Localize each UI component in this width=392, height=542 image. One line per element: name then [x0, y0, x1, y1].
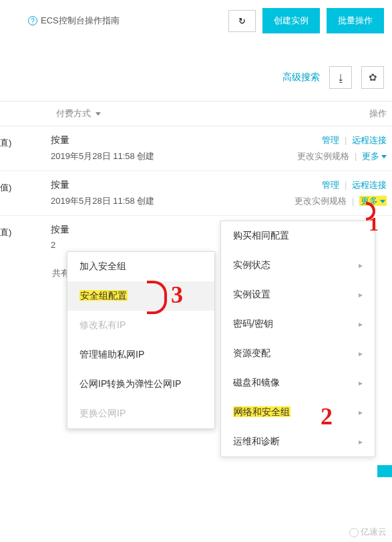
- menu-item[interactable]: 实例状态▸: [221, 251, 375, 280]
- menu-item-label: 运维和诊断: [233, 436, 280, 448]
- gear-icon: ✿: [369, 72, 377, 84]
- menu-item-label: 密码/密钥: [233, 318, 273, 330]
- manage-link[interactable]: 管理: [322, 135, 339, 145]
- menu-item-label: 磁盘和镜像: [233, 377, 280, 389]
- chevron-down-icon: [381, 155, 387, 158]
- top-toolbar: ? ECS控制台操作指南 ↻ 创建实例 批量操作: [0, 0, 392, 47]
- chevron-right-icon: ▸: [359, 437, 363, 446]
- col-payment-label: 付费方式: [56, 108, 91, 120]
- chevron-right-icon: ▸: [359, 408, 363, 417]
- more-menu: 购买相同配置实例状态▸实例设置▸密码/密钥▸资源变配▸磁盘和镜像▸网络和安全组▸…: [220, 221, 375, 457]
- separator: |: [352, 196, 354, 206]
- settings-button[interactable]: ✿: [361, 66, 384, 89]
- help-icon: ?: [28, 16, 37, 25]
- table-header-row: 付费方式 操作: [0, 101, 392, 126]
- chevron-right-icon: ▸: [359, 319, 363, 329]
- remote-connect-link[interactable]: 远程连接: [352, 180, 387, 190]
- menu-item[interactable]: 购买相同配置: [221, 221, 375, 251]
- more-dropdown[interactable]: 更多: [359, 196, 387, 206]
- batch-ops-button[interactable]: 批量操作: [327, 8, 384, 33]
- separator: |: [355, 151, 357, 161]
- watermark-logo-icon: [349, 528, 359, 537]
- menu-item-label: 实例设置: [233, 289, 270, 301]
- refresh-button[interactable]: ↻: [228, 10, 256, 32]
- separator: |: [345, 135, 347, 145]
- submenu-item[interactable]: 管理辅助私网IP: [67, 340, 214, 370]
- watermark: 亿速云: [349, 526, 387, 538]
- chevron-down-icon: [95, 112, 101, 116]
- more-dropdown[interactable]: 更多: [362, 151, 387, 161]
- filter-bar: 高级搜索 ⭳ ✿: [0, 47, 392, 101]
- chevron-right-icon: ▸: [359, 349, 363, 358]
- chevron-right-icon: ▸: [359, 290, 363, 299]
- export-button[interactable]: ⭳: [329, 66, 352, 89]
- advanced-search-link[interactable]: 高级搜索: [282, 72, 320, 84]
- menu-item-label: 网络和安全组: [233, 406, 290, 418]
- menu-item-label: 实例状态: [233, 259, 270, 271]
- col-operations: 操作: [364, 102, 392, 126]
- menu-item[interactable]: 磁盘和镜像▸: [221, 368, 375, 398]
- remote-connect-link[interactable]: 远程连接: [352, 135, 387, 145]
- menu-item[interactable]: 运维和诊断▸: [221, 427, 375, 456]
- menu-item[interactable]: 网络和安全组▸: [221, 398, 375, 427]
- contact-side-tab[interactable]: 联系我: [377, 465, 392, 477]
- manage-link[interactable]: 管理: [322, 180, 339, 190]
- created-time: 2019年5月28日 11:58 创建: [51, 150, 154, 162]
- created-time: 2019年5月28日 11:58 创建: [51, 195, 154, 207]
- menu-item-label: 购买相同配置: [233, 230, 289, 242]
- change-spec-link[interactable]: 更改实例规格: [297, 151, 349, 161]
- submenu-item: 修改私有IP: [67, 311, 214, 340]
- menu-item[interactable]: 资源变配▸: [221, 339, 375, 368]
- billing-type: 按量: [51, 224, 69, 236]
- submenu-item[interactable]: 安全组配置: [67, 281, 214, 311]
- guide-label: ECS控制台操作指南: [41, 15, 120, 27]
- created-time: 2: [51, 240, 69, 250]
- separator: |: [345, 180, 347, 190]
- col-payment[interactable]: 付费方式: [51, 102, 124, 126]
- billing-type: 按量: [51, 134, 154, 146]
- chevron-right-icon: ▸: [359, 378, 363, 388]
- row-marker: 直): [0, 137, 11, 149]
- submenu-item[interactable]: 加入安全组: [67, 252, 214, 281]
- menu-item-label: 资源变配: [233, 348, 270, 360]
- billing-type: 按量: [51, 179, 154, 191]
- row-marker: 直): [0, 227, 11, 239]
- create-instance-button[interactable]: 创建实例: [262, 8, 320, 33]
- network-security-submenu: 加入安全组安全组配置修改私有IP管理辅助私网IP公网IP转换为弹性公网IP更换公…: [67, 251, 215, 429]
- table-row: 值) 按量 2019年5月28日 11:58 创建 管理 | 远程连接 更改实例…: [0, 171, 392, 216]
- menu-item[interactable]: 密码/密钥▸: [221, 309, 375, 339]
- row-marker: 值): [0, 182, 11, 194]
- menu-item[interactable]: 实例设置▸: [221, 280, 375, 309]
- submenu-item[interactable]: 公网IP转换为弹性公网IP: [67, 370, 214, 399]
- ecs-guide-link[interactable]: ? ECS控制台操作指南: [28, 15, 120, 27]
- submenu-item: 更换公网IP: [67, 399, 214, 428]
- export-icon: ⭳: [336, 72, 346, 84]
- chevron-down-icon: [380, 200, 385, 203]
- chevron-right-icon: ▸: [359, 261, 363, 270]
- change-spec-link[interactable]: 更改实例规格: [295, 196, 347, 206]
- table-row: 直) 按量 2019年5月28日 11:58 创建 管理 | 远程连接 更改实例…: [0, 126, 392, 171]
- refresh-icon: ↻: [238, 16, 246, 26]
